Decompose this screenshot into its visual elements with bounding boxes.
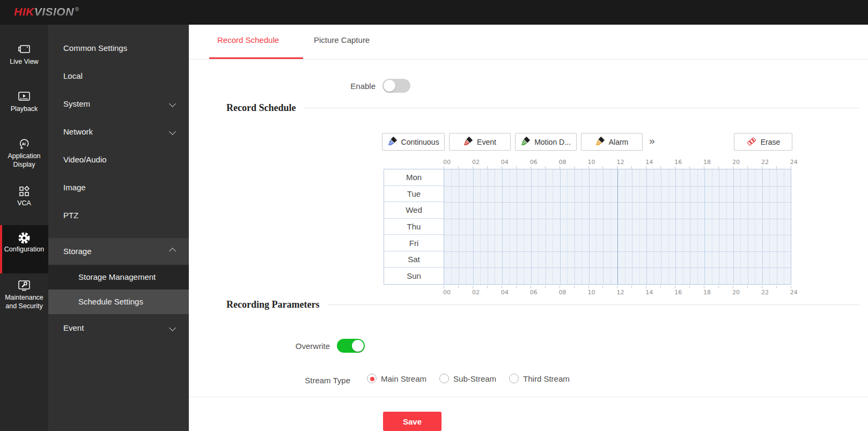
hour-label: 10 <box>588 289 595 296</box>
hour-tick <box>487 286 488 288</box>
nav-configuration[interactable]: Configuration <box>0 225 48 273</box>
hour-tick <box>718 286 719 288</box>
hour-tick <box>733 286 733 288</box>
nav-live-view[interactable]: Live View <box>0 38 48 73</box>
grid-line <box>451 169 452 284</box>
grid-line <box>668 169 669 284</box>
sidebar-item-label: Storage Management <box>78 272 156 281</box>
grid-line <box>704 169 705 284</box>
grid-line <box>488 169 488 284</box>
sidebar-item-label: Common Settings <box>63 43 127 53</box>
day-row-tue[interactable]: Tue <box>384 186 444 203</box>
hour-label: 16 <box>674 289 682 296</box>
hour-label: 04 <box>501 289 509 296</box>
sidebar-item-common-settings[interactable]: Common Settings <box>48 34 189 62</box>
day-row-mon[interactable]: Mon <box>384 169 444 186</box>
nav-vca[interactable]: VCA <box>0 179 48 212</box>
tab-record-schedule[interactable]: Record Schedule <box>217 35 279 44</box>
schedule-timeline[interactable] <box>444 169 791 284</box>
registered-mark: ® <box>75 6 79 12</box>
grid-line <box>784 169 784 284</box>
hour-tick <box>560 286 560 288</box>
nav-playback[interactable]: Playback <box>0 85 48 120</box>
day-row-sat[interactable]: Sat <box>384 251 444 268</box>
sidebar-item-schedule-settings[interactable]: Schedule Settings <box>48 289 189 314</box>
grid-line <box>726 169 727 284</box>
grid-line <box>740 169 741 284</box>
hour-tick <box>791 286 791 288</box>
grid-line <box>625 169 626 284</box>
section-title: Record Schedule <box>226 102 296 114</box>
hour-label: 20 <box>732 289 740 296</box>
hour-tick <box>473 286 473 288</box>
hour-tick <box>646 286 646 288</box>
grid-line <box>596 169 597 284</box>
overwrite-toggle[interactable] <box>337 339 365 353</box>
hour-label: 10 <box>588 159 595 166</box>
nav-application-display[interactable]: AIApplicationDisplay <box>0 132 48 173</box>
hour-tick <box>545 286 546 288</box>
sidebar-item-label: Video/Audio <box>63 155 107 164</box>
sidebar-item-label: Schedule Settings <box>78 297 143 306</box>
nav-label: Maintenanceand Security <box>0 293 48 310</box>
radio-sub-stream[interactable]: Sub-Stream <box>439 374 496 383</box>
radio-third-stream[interactable]: Third Stream <box>509 374 570 383</box>
hour-label: 24 <box>790 289 798 296</box>
hour-tick <box>631 286 632 288</box>
more-tools-button[interactable]: » <box>649 135 655 147</box>
tool-motion-detection-button[interactable]: Motion D... <box>515 133 577 151</box>
sidebar-item-label: Local <box>63 71 83 80</box>
grid-line <box>654 169 654 284</box>
grid-line <box>553 169 553 284</box>
sidebar-item-storage[interactable]: Storage <box>48 238 189 265</box>
day-row-fri[interactable]: Fri <box>384 235 444 251</box>
hour-label: 18 <box>703 289 711 296</box>
primary-sidebar: Live ViewPlaybackAIApplicationDisplayVCA… <box>0 25 48 431</box>
enable-toggle[interactable] <box>382 79 410 93</box>
active-indicator <box>0 225 2 273</box>
schedule-grid: MonTueWedThuFriSatSun <box>384 169 791 285</box>
tool-label: Continuous <box>401 138 439 146</box>
chevron-down-icon <box>169 324 176 331</box>
tool-event-button[interactable]: Event <box>449 133 511 151</box>
active-tab-underline <box>209 57 303 59</box>
grid-line <box>575 169 575 284</box>
sidebar-item-storage-management[interactable]: Storage Management <box>48 265 189 289</box>
hour-label: 06 <box>530 159 538 166</box>
radio-main-stream[interactable]: Main Stream <box>367 374 426 383</box>
sidebar-item-local[interactable]: Local <box>48 62 189 90</box>
hour-tick <box>689 286 690 288</box>
sidebar-item-image[interactable]: Image <box>48 174 189 202</box>
top-bar: HIKVISION® <box>0 0 868 25</box>
playback-icon <box>18 85 31 103</box>
brush-icon <box>521 136 531 147</box>
grid-line <box>582 169 582 284</box>
erase-button[interactable]: Erase <box>734 133 792 151</box>
sidebar-item-event[interactable]: Event <box>48 314 189 342</box>
sidebar-item-system[interactable]: System <box>48 90 189 118</box>
grid-line <box>712 169 712 284</box>
tool-continuous-button[interactable]: Continuous <box>382 133 445 151</box>
chevron-up-icon <box>169 248 176 255</box>
sidebar-item-video-audio[interactable]: Video/Audio <box>48 146 189 174</box>
tool-alarm-button[interactable]: Alarm <box>581 133 643 151</box>
sidebar-item-label: Image <box>63 183 86 192</box>
day-row-sun[interactable]: Sun <box>384 267 444 284</box>
sidebar-item-ptz[interactable]: PTZ <box>48 202 189 229</box>
live-view-icon <box>18 38 31 56</box>
toggle-knob <box>352 340 364 352</box>
sidebar-item-label: System <box>63 99 90 108</box>
grid-line <box>480 169 481 284</box>
sidebar-item-network[interactable]: Network <box>48 118 189 146</box>
hour-label: 22 <box>761 159 769 166</box>
save-button[interactable]: Save <box>383 412 442 431</box>
day-row-thu[interactable]: Thu <box>384 219 444 235</box>
tab-picture-capture[interactable]: Picture Capture <box>314 35 370 44</box>
grid-line <box>603 169 604 284</box>
nav-maintenance-and-security[interactable]: Maintenanceand Security <box>0 273 48 316</box>
hour-label: 08 <box>559 159 567 166</box>
grid-line <box>567 169 568 284</box>
day-row-wed[interactable]: Wed <box>384 202 444 219</box>
hour-label: 12 <box>616 159 624 166</box>
stream-type-label: Stream Type <box>286 376 350 385</box>
